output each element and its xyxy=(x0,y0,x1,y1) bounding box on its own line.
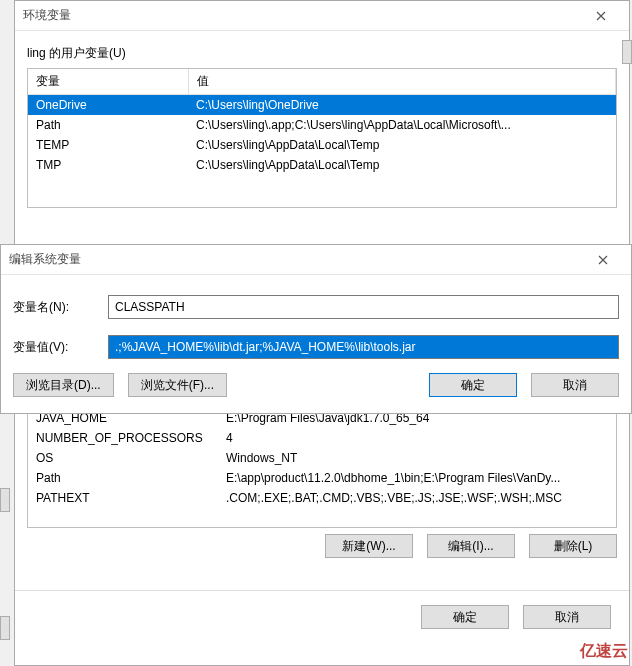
edit-button-row: 浏览目录(D)... 浏览文件(F)... 确定 取消 xyxy=(1,367,631,411)
env-ok-button[interactable]: 确定 xyxy=(421,605,509,629)
var-name-label: 变量名(N): xyxy=(13,299,108,316)
edit-sys-button[interactable]: 编辑(I)... xyxy=(427,534,515,558)
var-value-row: 变量值(V): xyxy=(1,327,631,367)
delete-sys-button[interactable]: 删除(L) xyxy=(529,534,617,558)
env-cancel-button[interactable]: 取消 xyxy=(523,605,611,629)
table-row[interactable]: OSWindows_NT xyxy=(28,448,616,468)
var-value-input[interactable] xyxy=(108,335,619,359)
var-value-cell: C:\Users\ling\AppData\Local\Temp xyxy=(188,155,616,175)
close-icon[interactable] xyxy=(581,2,621,30)
user-vars-table-wrap[interactable]: 变量 值 OneDriveC:\Users\ling\OneDrivePathC… xyxy=(27,68,617,208)
user-vars-table: 变量 值 OneDriveC:\Users\ling\OneDrivePathC… xyxy=(28,69,616,175)
var-value-cell: .COM;.EXE;.BAT;.CMD;.VBS;.VBE;.JS;.JSE;.… xyxy=(218,488,616,508)
table-row[interactable]: PATHEXT.COM;.EXE;.BAT;.CMD;.VBS;.VBE;.JS… xyxy=(28,488,616,508)
watermark: 亿速云 xyxy=(580,641,628,662)
var-value-cell: C:\Users\ling\.app;C:\Users\ling\AppData… xyxy=(188,115,616,135)
user-vars-label: ling 的用户变量(U) xyxy=(15,31,629,68)
sys-vars-table: JAVA_HOMEE:\Program Files\Java\jdk1.7.0_… xyxy=(28,408,616,508)
edge-button-3[interactable] xyxy=(0,616,10,640)
col-val[interactable]: 值 xyxy=(188,69,616,95)
env-footer: 确定 取消 xyxy=(15,590,629,643)
var-value-cell: Windows_NT xyxy=(218,448,616,468)
env-title: 环境变量 xyxy=(23,7,581,24)
edit-title: 编辑系统变量 xyxy=(9,251,583,268)
var-name-cell: TEMP xyxy=(28,135,188,155)
table-row[interactable]: PathC:\Users\ling\.app;C:\Users\ling\App… xyxy=(28,115,616,135)
table-row[interactable]: PathE:\app\product\11.2.0\dbhome_1\bin;E… xyxy=(28,468,616,488)
var-name-cell: Path xyxy=(28,468,218,488)
var-value-cell: 4 xyxy=(218,428,616,448)
browse-dir-button[interactable]: 浏览目录(D)... xyxy=(13,373,114,397)
browse-file-button[interactable]: 浏览文件(F)... xyxy=(128,373,227,397)
close-icon[interactable] xyxy=(583,246,623,274)
table-row[interactable]: OneDriveC:\Users\ling\OneDrive xyxy=(28,95,616,116)
var-name-cell: NUMBER_OF_PROCESSORS xyxy=(28,428,218,448)
var-value-label: 变量值(V): xyxy=(13,339,108,356)
edit-ok-button[interactable]: 确定 xyxy=(429,373,517,397)
var-value-cell: C:\Users\ling\AppData\Local\Temp xyxy=(188,135,616,155)
var-name-cell: PATHEXT xyxy=(28,488,218,508)
sys-button-row: 新建(W)... 编辑(I)... 删除(L) xyxy=(15,528,629,572)
edit-var-dialog: 编辑系统变量 变量名(N): 变量值(V): 浏览目录(D)... 浏览文件(F… xyxy=(0,244,632,414)
var-name-cell: Path xyxy=(28,115,188,135)
env-titlebar: 环境变量 xyxy=(15,1,629,31)
col-var[interactable]: 变量 xyxy=(28,69,188,95)
new-sys-button[interactable]: 新建(W)... xyxy=(325,534,413,558)
table-row[interactable]: NUMBER_OF_PROCESSORS4 xyxy=(28,428,616,448)
var-name-cell: OneDrive xyxy=(28,95,188,116)
var-value-cell: E:\app\product\11.2.0\dbhome_1\bin;E:\Pr… xyxy=(218,468,616,488)
var-name-input[interactable] xyxy=(108,295,619,319)
edit-cancel-button[interactable]: 取消 xyxy=(531,373,619,397)
var-value-cell: C:\Users\ling\OneDrive xyxy=(188,95,616,116)
edit-titlebar: 编辑系统变量 xyxy=(1,245,631,275)
var-name-cell: OS xyxy=(28,448,218,468)
var-name-row: 变量名(N): xyxy=(1,287,631,327)
var-name-cell: TMP xyxy=(28,155,188,175)
table-row[interactable]: TEMPC:\Users\ling\AppData\Local\Temp xyxy=(28,135,616,155)
edge-button-2[interactable] xyxy=(0,488,10,512)
sys-vars-table-wrap[interactable]: JAVA_HOMEE:\Program Files\Java\jdk1.7.0_… xyxy=(27,408,617,528)
edge-button-1[interactable] xyxy=(622,40,632,64)
table-row[interactable]: TMPC:\Users\ling\AppData\Local\Temp xyxy=(28,155,616,175)
